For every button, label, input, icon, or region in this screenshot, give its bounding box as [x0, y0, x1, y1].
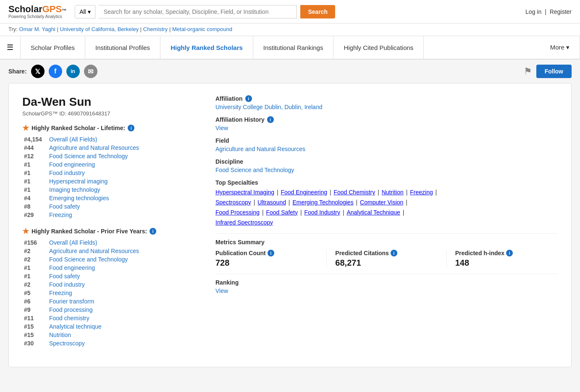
- pub-count-info-icon[interactable]: i: [268, 250, 274, 256]
- share-right: ⚑ Follow: [524, 65, 572, 78]
- fy-spectroscopy-link[interactable]: Spectroscopy: [49, 340, 85, 347]
- agri-nat-res-link[interactable]: Agriculture and Natural Resources: [49, 144, 139, 151]
- table-row: #4,154Overall (All Fields): [22, 135, 199, 144]
- top-specialties-section: Top Specialties Hyperspectral Imaging | …: [215, 179, 558, 227]
- discipline-label: Discipline: [215, 158, 558, 165]
- metrics-label: Metrics Summary: [215, 239, 558, 246]
- share-email-button[interactable]: ✉: [84, 65, 97, 78]
- specialty-infrared-spectroscopy[interactable]: Infrared Spectroscopy: [215, 219, 273, 226]
- search-input[interactable]: [99, 5, 297, 18]
- five-year-info-icon[interactable]: i: [150, 228, 156, 235]
- overall-all-fields-link[interactable]: Overall (All Fields): [49, 136, 97, 143]
- fy-overall-link[interactable]: Overall (All Fields): [49, 239, 97, 246]
- ranking-section: Ranking View: [215, 279, 558, 294]
- nav-scholar-profiles[interactable]: Scholar Profiles: [21, 36, 85, 59]
- fy-agri-link[interactable]: Agriculture and Natural Resources: [49, 248, 139, 254]
- specialty-nutrition[interactable]: Nutrition: [382, 189, 404, 196]
- specialty-food-safety[interactable]: Food Safety: [266, 209, 298, 216]
- table-row: #1Hyperspectral imaging: [22, 177, 199, 186]
- table-row: #44Agriculture and Natural Resources: [22, 144, 199, 152]
- share-label: Share:: [8, 68, 27, 75]
- follow-button[interactable]: Follow: [536, 65, 572, 78]
- table-row: #156Overall (All Fields): [22, 238, 199, 247]
- hamburger-button[interactable]: ☰: [0, 36, 21, 59]
- auth-separator: |: [545, 8, 546, 15]
- pred-hindex-info-icon[interactable]: i: [506, 250, 513, 256]
- share-linkedin-button[interactable]: in: [66, 65, 80, 78]
- flag-button[interactable]: ⚑: [524, 66, 532, 77]
- specialty-analytical-technique[interactable]: Analytical Technique: [346, 209, 400, 216]
- specialty-ultrasound[interactable]: Ultrasound: [257, 199, 286, 206]
- specialty-computer-vision[interactable]: Computer Vision: [360, 199, 403, 206]
- top-specialties-label: Top Specialties: [215, 179, 558, 186]
- nav-highly-ranked-scholars[interactable]: Highly Ranked Scholars: [160, 36, 253, 59]
- food-safety-link[interactable]: Food safety: [49, 203, 80, 210]
- specialty-food-processing[interactable]: Food Processing: [215, 209, 260, 216]
- food-sci-tech-link[interactable]: Food Science and Technology: [49, 153, 128, 159]
- pred-citations-info-icon[interactable]: i: [391, 250, 397, 256]
- affiliation-label: Affiliation i: [215, 95, 558, 102]
- fy-food-safety-link[interactable]: Food safety: [49, 273, 80, 280]
- try-link-berkeley[interactable]: University of California, Berkeley: [60, 26, 139, 32]
- profile-right: Affiliation i University College Dublin,…: [215, 95, 558, 355]
- ranking-view-link[interactable]: View: [215, 287, 228, 294]
- affiliation-history-info-icon[interactable]: i: [267, 116, 274, 123]
- affiliation-info-icon[interactable]: i: [245, 95, 252, 102]
- share-facebook-button[interactable]: f: [49, 65, 62, 78]
- food-industry-link[interactable]: Food industry: [49, 170, 85, 176]
- fy-food-chemistry-link[interactable]: Food chemistry: [49, 315, 89, 321]
- fy-nutrition-link[interactable]: Nutrition: [49, 332, 71, 338]
- pred-citations-value: 68,271: [335, 258, 438, 268]
- food-engineering-link[interactable]: Food engineering: [49, 161, 95, 168]
- nav-highly-cited-publications[interactable]: Highly Cited Publications: [333, 36, 424, 59]
- share-x-button[interactable]: 𝕏: [31, 65, 45, 78]
- register-link[interactable]: Register: [550, 8, 572, 15]
- table-row: #8Food safety: [22, 202, 199, 211]
- hyperspectral-imaging-link[interactable]: Hyperspectral imaging: [49, 178, 108, 185]
- table-row: #2Food industry: [22, 280, 199, 289]
- fy-analytical-link[interactable]: Analytical technique: [49, 323, 102, 330]
- try-link-chemistry[interactable]: Chemistry: [143, 26, 168, 32]
- login-link[interactable]: Log in: [525, 8, 541, 15]
- specialty-food-chemistry[interactable]: Food Chemistry: [333, 189, 375, 196]
- pred-hindex-label: Predicted h-index i: [455, 250, 558, 256]
- search-button[interactable]: Search: [300, 5, 335, 18]
- top-bar: ScholarGPS™ Powering Scholarly Analytics…: [0, 0, 580, 24]
- specialty-freezing[interactable]: Freezing: [410, 189, 433, 196]
- pred-hindex-value: 148: [455, 258, 558, 268]
- fy-freezing-link[interactable]: Freezing: [49, 290, 72, 296]
- fy-food-processing-link[interactable]: Food processing: [49, 306, 93, 313]
- imaging-technology-link[interactable]: Imaging technology: [49, 186, 100, 193]
- search-all-button[interactable]: All ▾: [75, 5, 95, 18]
- field-label: Field: [215, 137, 558, 144]
- fy-fourier-link[interactable]: Fourier transform: [49, 298, 94, 305]
- fy-food-eng-link[interactable]: Food engineering: [49, 264, 95, 271]
- table-row: #11Food chemistry: [22, 314, 199, 322]
- table-row: #1Imaging technology: [22, 186, 199, 194]
- try-link-yaghi[interactable]: Omar M. Yaghi: [19, 26, 55, 32]
- discipline-value-link[interactable]: Food Science and Technology: [215, 167, 294, 173]
- fy-food-industry-link[interactable]: Food industry: [49, 281, 85, 288]
- try-link-moc[interactable]: Metal-organic compound: [172, 26, 232, 32]
- table-row: #1Food engineering: [22, 264, 199, 272]
- table-row: #30Spectroscopy: [22, 339, 199, 348]
- affiliation-value-link[interactable]: University College Dublin, Dublin, Irela…: [215, 104, 322, 110]
- pub-count-value: 728: [215, 258, 318, 268]
- table-row: #1Food industry: [22, 169, 199, 177]
- emerging-tech-link[interactable]: Emerging technologies: [49, 195, 109, 201]
- specialty-emerging-technologies[interactable]: Emerging Technologies: [292, 199, 353, 206]
- fy-food-sci-link[interactable]: Food Science and Technology: [49, 256, 128, 263]
- lifetime-info-icon[interactable]: i: [128, 125, 134, 131]
- specialty-hyperspectral-imaging[interactable]: Hyperspectral Imaging: [215, 189, 274, 196]
- nav-institutional-rankings[interactable]: Institutional Rankings: [253, 36, 334, 59]
- freezing-link[interactable]: Freezing: [49, 212, 72, 218]
- nav-more[interactable]: More ▾: [540, 36, 580, 59]
- nav-institutional-profiles[interactable]: Institutional Profiles: [85, 36, 160, 59]
- affiliation-history-view-link[interactable]: View: [215, 125, 228, 131]
- specialty-food-engineering[interactable]: Food Engineering: [281, 189, 327, 196]
- specialty-food-industry[interactable]: Food Industry: [304, 209, 340, 216]
- field-value-link[interactable]: Agriculture and Natural Resources: [215, 146, 305, 152]
- logo-gps-text: GPS: [42, 4, 62, 14]
- specialty-spectroscopy[interactable]: Spectroscopy: [215, 199, 251, 206]
- predicted-citations-col: Predicted Citations i 68,271: [335, 250, 446, 268]
